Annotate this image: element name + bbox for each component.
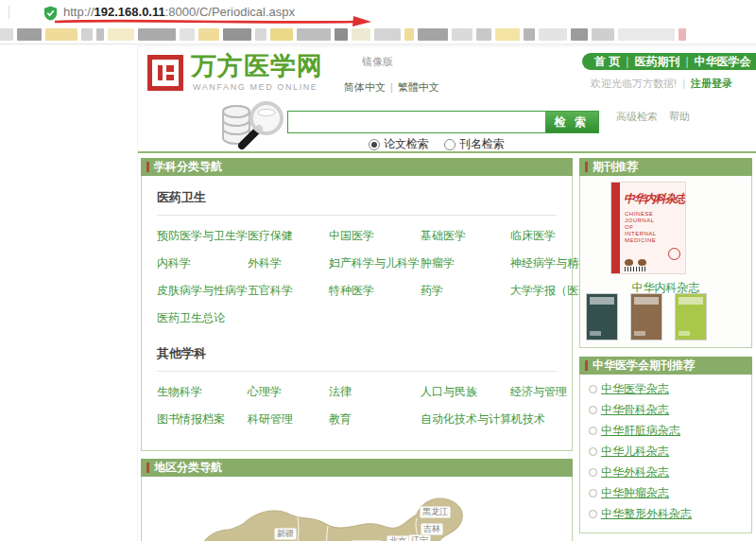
lang-traditional-link[interactable]: 繁體中文 xyxy=(398,81,439,93)
featured-journal-cover[interactable]: 中华内科杂志 CHINESEJOURNALOFINTERNALMEDICINE xyxy=(610,182,686,274)
url-text[interactable]: http://192.168.0.11:8000/C/Periodical.as… xyxy=(63,5,295,19)
subject-links-grid: 预防医学与卫生学医疗保健中国医学基础医学临床医学内科学外科学妇产科学与儿科学肿瘤… xyxy=(157,228,557,326)
subject-link[interactable]: 人口与民族 xyxy=(421,384,510,400)
china-map: 黑龙江吉林辽宁北京天津河北内蒙古新疆甘肃青海宁夏山西山东陕西河南江苏安徽上海湖北… xyxy=(186,492,573,541)
subject-link[interactable]: 基础医学 xyxy=(421,228,510,244)
subject-link[interactable]: 图书情报档案 xyxy=(157,411,248,428)
advanced-search-link[interactable]: 高级检索 xyxy=(616,110,658,124)
section-tick-icon xyxy=(146,162,149,172)
search-input[interactable] xyxy=(288,112,545,132)
journal-rec-header: 期刊推荐 xyxy=(579,158,752,176)
main-column: 学科分类导航 医药卫生预防医学与卫生学医疗保健中国医学基础医学临床医学内科学外科… xyxy=(141,158,573,541)
journal-thumbnail[interactable] xyxy=(630,293,662,340)
section-heading: 医药卫生 xyxy=(157,183,557,216)
blur-block xyxy=(524,28,535,41)
journal-thumbnail[interactable] xyxy=(586,293,618,340)
radio-unselected-icon xyxy=(444,139,455,150)
cover-title-en: CHINESEJOURNALOFINTERNALMEDICINE xyxy=(625,211,657,244)
lang-separator: | xyxy=(390,81,393,93)
china-map-panel: 黑龙江吉林辽宁北京天津河北内蒙古新疆甘肃青海宁夏山西山东陕西河南江苏安徽上海湖北… xyxy=(141,477,573,541)
subject-link[interactable]: 妇产科学与儿科学 xyxy=(329,255,421,271)
blur-block xyxy=(418,28,448,41)
site-title-en: WANFANG MED ONLINE xyxy=(193,82,318,92)
cover-stamp xyxy=(638,259,646,266)
subject-link[interactable]: 心理学 xyxy=(248,384,329,400)
subject-link[interactable]: 中国医学 xyxy=(329,228,421,244)
nav-item-1[interactable]: 医药期刊 xyxy=(634,54,679,70)
list-item: 中华整形外科杂志 xyxy=(589,506,743,522)
map-region-label[interactable]: 黑龙江 xyxy=(420,506,451,518)
blur-block xyxy=(108,28,134,41)
blur-block xyxy=(223,28,251,41)
search-box: 检 索 xyxy=(287,111,599,133)
site-safety-shield-icon[interactable] xyxy=(43,6,58,21)
blur-block xyxy=(571,28,588,41)
subject-link[interactable]: 皮肤病学与性病学 xyxy=(157,283,248,299)
map-region-label[interactable]: 辽宁 xyxy=(408,534,431,541)
blur-block xyxy=(81,28,93,41)
journal-link[interactable]: 中华整形外科杂志 xyxy=(601,506,692,522)
nav-separator: | xyxy=(626,55,628,68)
journal-link[interactable]: 中华儿科杂志 xyxy=(601,444,669,460)
section-tick-icon xyxy=(585,360,588,371)
radio-paper-search[interactable]: 论文检索 xyxy=(369,136,429,152)
map-region-label[interactable]: 新疆 xyxy=(274,528,297,540)
cma-journals-header: 中华医学会期刊推荐 xyxy=(579,357,752,375)
blur-block xyxy=(335,28,348,41)
subject-link[interactable]: 医药卫生总论 xyxy=(157,310,248,326)
address-bar[interactable]: http://192.168.0.11:8000/C/Periodical.as… xyxy=(0,0,756,26)
bookmarks-bar-blurred xyxy=(0,26,756,43)
blur-block xyxy=(352,28,370,41)
language-switch: 简体中文|繁體中文 xyxy=(344,80,439,95)
journal-thumbnail[interactable] xyxy=(675,293,707,340)
journal-link[interactable]: 中华肿瘤杂志 xyxy=(601,485,669,501)
subject-link[interactable]: 医疗保健 xyxy=(248,228,329,244)
subject-nav-header: 学科分类导航 xyxy=(141,158,573,176)
subject-link[interactable]: 科研管理 xyxy=(248,411,329,428)
subject-link[interactable]: 法律 xyxy=(329,384,421,400)
wanfang-logo-icon[interactable] xyxy=(147,55,183,91)
map-region-label[interactable]: 北京 xyxy=(387,535,409,541)
nav-item-0[interactable]: 首 页 xyxy=(594,54,620,70)
blur-block xyxy=(374,28,401,41)
subject-link[interactable]: 生物科学 xyxy=(157,384,248,400)
subject-link[interactable]: 药学 xyxy=(421,283,510,299)
journal-link[interactable]: 中华骨科杂志 xyxy=(601,402,669,418)
cover-emblem xyxy=(668,248,680,260)
site-title: 万方医学网 xyxy=(191,49,323,83)
subject-link[interactable]: 内科学 xyxy=(157,255,248,271)
search-button[interactable]: 检 索 xyxy=(545,112,598,132)
bullet-icon xyxy=(589,510,597,518)
subject-link[interactable]: 特种医学 xyxy=(329,283,421,299)
cover-spine xyxy=(611,183,620,273)
blur-block xyxy=(198,28,219,41)
subject-link[interactable]: 五官科学 xyxy=(248,283,329,299)
nav-item-2[interactable]: 中华医学会 xyxy=(695,54,751,70)
subject-link[interactable]: 经济与管理 xyxy=(510,384,567,400)
lang-simplified-link[interactable]: 简体中文 xyxy=(344,81,386,93)
journal-link[interactable]: 中华外科杂志 xyxy=(601,464,669,480)
subject-link[interactable]: 外科学 xyxy=(248,255,329,271)
bullet-icon xyxy=(589,489,597,497)
blur-block xyxy=(618,28,675,41)
subject-link[interactable]: 自动化技术与计算机技术 xyxy=(421,411,510,428)
toolbar-divider xyxy=(9,6,9,19)
blur-block xyxy=(297,28,331,41)
section-tick-icon xyxy=(146,462,149,473)
blur-block xyxy=(96,28,104,41)
radio-journal-search[interactable]: 刊名检索 xyxy=(444,136,505,152)
subject-link[interactable]: 肿瘤学 xyxy=(421,255,510,271)
welcome-area: 欢迎光临万方数据!|注册登录 xyxy=(591,77,732,91)
register-login-link[interactable]: 注册登录 xyxy=(691,78,732,89)
blur-block xyxy=(679,28,686,41)
subject-link[interactable]: 教育 xyxy=(329,411,421,428)
bullet-icon xyxy=(589,406,597,414)
blur-block xyxy=(476,28,491,41)
edition-badge: 镜像版 xyxy=(362,55,393,69)
help-link[interactable]: 帮助 xyxy=(669,110,690,124)
journal-link[interactable]: 中华医学杂志 xyxy=(601,381,669,397)
featured-journal-link[interactable]: 中华内科杂志 xyxy=(632,281,700,294)
blur-block xyxy=(180,28,195,41)
subject-link[interactable]: 预防医学与卫生学 xyxy=(157,228,248,244)
journal-link[interactable]: 中华肝脏病杂志 xyxy=(601,423,680,439)
